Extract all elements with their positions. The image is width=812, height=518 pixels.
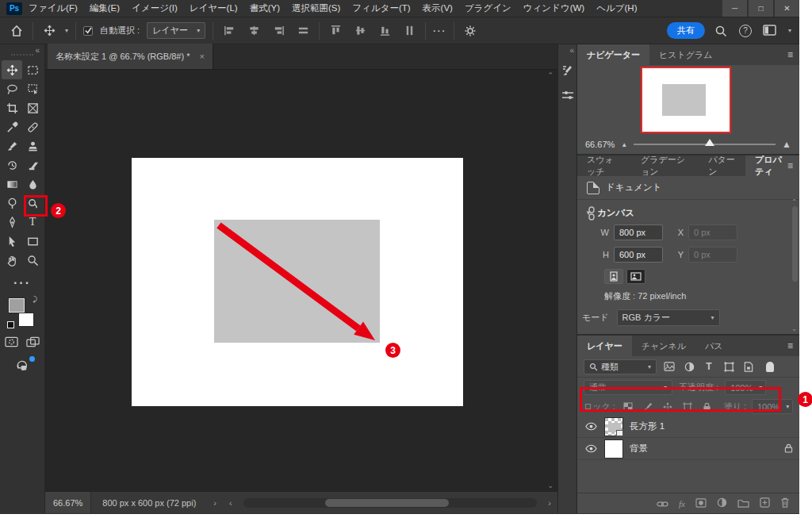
layer-thumbnail[interactable] bbox=[604, 417, 623, 436]
zoom-out-icon[interactable]: ▲ bbox=[621, 141, 627, 148]
filter-toggle-pin[interactable] bbox=[766, 362, 774, 372]
lock-transparency-icon[interactable] bbox=[621, 400, 635, 414]
orientation-portrait-button[interactable] bbox=[604, 269, 623, 284]
navigator-view-box[interactable] bbox=[642, 68, 730, 132]
pen-tool[interactable] bbox=[2, 213, 22, 232]
link-layers-icon[interactable] bbox=[657, 497, 668, 511]
minimize-button[interactable]: ─ bbox=[722, 0, 747, 17]
status-expand-icon[interactable]: › bbox=[207, 498, 223, 508]
menu-item-type[interactable]: 書式(Y) bbox=[250, 2, 280, 14]
layer-row-rectangle[interactable]: 長方形 1 bbox=[577, 416, 799, 438]
eraser-tool[interactable] bbox=[22, 155, 43, 175]
add-layer-mask-icon[interactable] bbox=[695, 497, 707, 511]
menu-item-plugins[interactable]: プラグイン bbox=[465, 2, 511, 14]
properties-scrollbar-thumb[interactable] bbox=[792, 206, 798, 282]
rectangle-tool[interactable] bbox=[22, 232, 43, 251]
default-colors-icon[interactable] bbox=[7, 321, 14, 328]
tool-presets-panel-icon[interactable] bbox=[559, 86, 576, 104]
rotate-view-icon[interactable] bbox=[0, 359, 44, 371]
align-middle-vertical-icon[interactable] bbox=[351, 22, 369, 40]
layer-filter-dropdown[interactable]: 種類 ▾ bbox=[584, 359, 657, 374]
navigator-zoom-slider[interactable] bbox=[634, 144, 776, 145]
layer-row-background[interactable]: 背景 bbox=[577, 438, 799, 460]
color-mode-dropdown[interactable]: RGB カラー▾ bbox=[617, 309, 720, 326]
menu-item-file[interactable]: ファイル(F) bbox=[29, 2, 78, 14]
panel-menu-icon[interactable]: ≡ bbox=[787, 49, 793, 60]
layer-visibility-eye-icon[interactable] bbox=[584, 444, 598, 453]
frame-tool[interactable] bbox=[22, 98, 43, 117]
edit-toolbar-icon[interactable]: ··· bbox=[0, 276, 44, 290]
layer-visibility-eye-icon[interactable] bbox=[584, 422, 598, 431]
home-icon[interactable] bbox=[8, 22, 25, 40]
crop-tool[interactable] bbox=[2, 98, 22, 117]
blend-mode-dropdown[interactable]: 通常▾ bbox=[584, 380, 672, 395]
document-tab[interactable]: 名称未設定 1 @ 66.7% (RGB/8#) * × bbox=[48, 44, 213, 69]
search-icon[interactable] bbox=[712, 22, 730, 40]
menu-item-help[interactable]: ヘルプ(H) bbox=[596, 2, 637, 14]
eyedropper-tool[interactable] bbox=[2, 117, 22, 136]
close-button[interactable]: ✕ bbox=[775, 0, 799, 17]
delete-layer-trash-icon[interactable] bbox=[780, 497, 790, 511]
link-dimensions-icon[interactable] bbox=[587, 206, 596, 223]
burn-tool[interactable] bbox=[22, 194, 43, 213]
canvas-viewport[interactable]: 3 ⌃ ⌄ bbox=[45, 70, 557, 491]
object-selection-tool[interactable] bbox=[22, 79, 43, 98]
move-tool-icon[interactable] bbox=[40, 22, 58, 40]
chevron-down-icon[interactable]: ▾ bbox=[65, 27, 68, 34]
zoom-tool[interactable] bbox=[22, 251, 43, 270]
expand-panels-icon[interactable]: « bbox=[569, 46, 574, 55]
more-options-icon[interactable]: ··· bbox=[433, 26, 446, 36]
height-field[interactable]: 600 px bbox=[614, 247, 663, 263]
y-field[interactable]: 0 px bbox=[688, 247, 737, 263]
menu-item-select[interactable]: 選択範囲(S) bbox=[292, 2, 340, 14]
lasso-tool[interactable] bbox=[2, 79, 22, 98]
lock-artboard-icon[interactable] bbox=[680, 400, 695, 414]
workspace-switcher-icon[interactable] bbox=[761, 22, 779, 40]
blur-tool[interactable] bbox=[22, 175, 43, 194]
filter-smart-objects-icon[interactable] bbox=[741, 359, 756, 374]
workspace-settings-gear-icon[interactable] bbox=[462, 22, 479, 40]
properties-scrollbar[interactable]: ⌃ ⌄ bbox=[791, 206, 799, 328]
canvas-scroll-up-icon[interactable]: ⌃ bbox=[547, 71, 553, 79]
tab-gradients[interactable]: グラデーション bbox=[631, 155, 699, 176]
dodge-tool[interactable] bbox=[2, 194, 22, 213]
filter-adjustment-layers-icon[interactable] bbox=[682, 359, 696, 374]
zoom-slider-thumb[interactable] bbox=[705, 139, 714, 146]
navigator-zoom-value[interactable]: 66.67% bbox=[585, 140, 615, 149]
menu-item-filter[interactable]: フィルター(T) bbox=[352, 2, 410, 14]
menu-item-image[interactable]: イメージ(I) bbox=[132, 2, 178, 14]
new-group-folder-icon[interactable] bbox=[737, 497, 749, 511]
tab-layers[interactable]: レイヤー bbox=[577, 336, 632, 356]
hand-tool[interactable] bbox=[2, 251, 22, 270]
tab-close-icon[interactable]: × bbox=[200, 52, 205, 61]
auto-select-target-dropdown[interactable]: レイヤー▾ bbox=[147, 22, 205, 39]
horizontal-scrollbar-thumb[interactable] bbox=[325, 499, 449, 507]
hscroll-right-icon[interactable]: › bbox=[542, 498, 557, 508]
scroll-up-icon[interactable]: ⌃ bbox=[791, 198, 797, 205]
new-layer-icon[interactable] bbox=[760, 497, 770, 511]
horizontal-scrollbar[interactable] bbox=[243, 498, 538, 508]
marquee-tool[interactable] bbox=[22, 60, 43, 79]
panel-menu-icon[interactable]: ≡ bbox=[787, 340, 793, 351]
fill-field[interactable]: 100%▾ bbox=[752, 399, 793, 414]
chevron-down-icon[interactable]: ▾ bbox=[788, 27, 791, 34]
spot-healing-brush-tool[interactable] bbox=[22, 117, 43, 136]
menu-item-view[interactable]: 表示(V) bbox=[423, 2, 453, 14]
tools-grip[interactable] bbox=[11, 54, 33, 59]
swap-colors-icon[interactable]: ⤸ bbox=[33, 295, 37, 304]
type-tool[interactable]: T bbox=[22, 213, 43, 232]
tab-navigator[interactable]: ナビゲーター bbox=[577, 44, 649, 65]
lock-all-icon[interactable] bbox=[700, 400, 714, 414]
auto-select-checkbox[interactable] bbox=[83, 26, 93, 36]
screen-mode-icon[interactable] bbox=[26, 336, 40, 351]
share-button[interactable]: 共有 bbox=[667, 22, 705, 39]
background-lock-icon[interactable] bbox=[784, 443, 793, 455]
brush-settings-panel-icon[interactable] bbox=[559, 62, 576, 79]
menu-item-layer[interactable]: レイヤー(L) bbox=[190, 2, 238, 14]
canvas-scroll-down-icon[interactable]: ⌄ bbox=[547, 482, 553, 489]
orientation-landscape-button[interactable] bbox=[626, 269, 645, 284]
tab-histogram[interactable]: ヒストグラム bbox=[649, 44, 722, 65]
lock-position-icon[interactable] bbox=[661, 400, 675, 414]
menu-item-window[interactable]: ウィンドウ(W) bbox=[523, 2, 584, 14]
zoom-in-icon[interactable]: ▲ bbox=[782, 139, 791, 150]
